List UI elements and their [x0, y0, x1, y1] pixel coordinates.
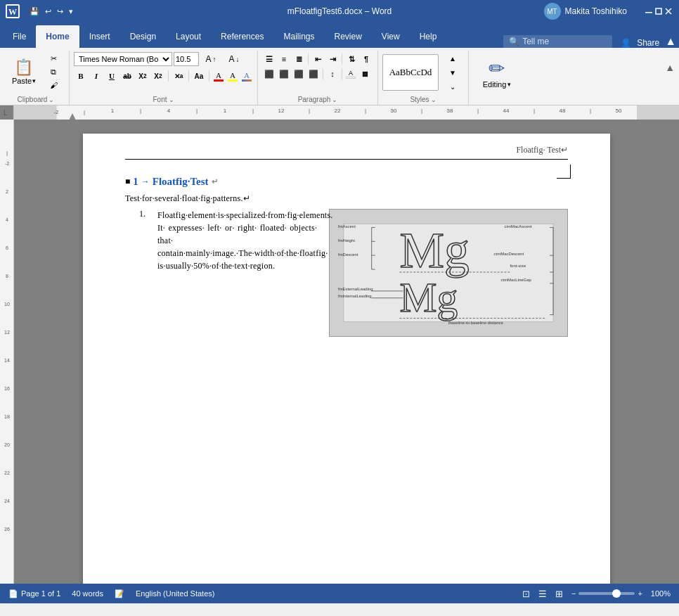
zoom-thumb[interactable] [612, 589, 621, 598]
align-center-button[interactable]: ⬛ [277, 67, 291, 81]
zoom-in-button[interactable]: + [638, 589, 642, 598]
tab-view[interactable]: View [372, 25, 410, 48]
shading-button[interactable]: A [344, 70, 357, 79]
bullets-button[interactable]: ☰ [262, 52, 276, 66]
subscript-button[interactable]: X2 [136, 69, 150, 83]
font-expand-icon[interactable]: ⌄ [169, 96, 174, 103]
superscript-button[interactable]: X2 [151, 69, 165, 83]
zoom-level[interactable]: 100% [651, 589, 671, 598]
bold-button[interactable]: B [74, 69, 88, 83]
change-case-button[interactable]: Aa [192, 69, 206, 83]
align-right-button[interactable]: ⬛ [292, 67, 306, 81]
svg-text:2: 2 [6, 189, 8, 194]
styles-preview[interactable]: AaBbCcDd [382, 54, 439, 91]
styles-group-label: Styles ⌄ [410, 94, 436, 105]
tab-mailings[interactable]: Mailings [273, 25, 324, 48]
redo-button[interactable]: ↪ [56, 6, 65, 18]
multilevel-list-button[interactable]: ≣ [292, 52, 306, 66]
numbering-button[interactable]: ≡ [277, 52, 291, 66]
editing-button[interactable]: ✏ Editing ▾ [479, 54, 516, 91]
ribbon-collapse-button[interactable]: ▲ [665, 35, 676, 48]
document-page: Floatfig· Test↵ ■ 1 → Floatfig·Test ↵ Te… [83, 134, 610, 584]
zoom-controls[interactable]: − + [571, 589, 642, 598]
paste-button[interactable]: 📋 Paste ▾ [7, 52, 41, 91]
increase-font-button[interactable]: A↑ [200, 52, 222, 66]
decrease-font-button[interactable]: A↓ [223, 52, 245, 66]
word-count[interactable]: 40 words [72, 589, 103, 598]
section-heading: ■ 1 → Floatfig·Test ↵ [125, 176, 568, 188]
styles-more-button[interactable]: ⌄ [441, 80, 464, 93]
share-button[interactable]: Share [637, 38, 659, 48]
ruler-corner-icon: L [3, 108, 11, 117]
tab-home[interactable]: Home [36, 25, 79, 48]
decrease-indent-button[interactable]: ⇤ [311, 52, 325, 66]
paragraph-expand-icon[interactable]: ⌄ [332, 96, 337, 103]
styles-down-button[interactable]: ▼ [441, 66, 464, 79]
float-figure[interactable]: Mg Mg fmAscent fmHeight [329, 209, 568, 337]
text-effect-button[interactable]: A [240, 71, 253, 82]
proofing-icon-button[interactable]: 📝 [115, 589, 124, 598]
figure-image: Mg Mg fmAscent fmHeight [329, 209, 568, 337]
focus-mode-button[interactable]: ⊡ [522, 589, 530, 599]
increase-indent-button[interactable]: ⇥ [325, 52, 340, 66]
align-left-button[interactable]: ⬛ [262, 67, 276, 81]
cut-button[interactable]: ✂ [42, 52, 65, 65]
svg-text:6: 6 [6, 245, 8, 250]
clear-format-button[interactable]: ✕a [172, 69, 186, 83]
zoom-slider[interactable] [578, 592, 635, 595]
share-icon: 👤 [621, 38, 631, 48]
document-body[interactable]: ■ 1 → Floatfig·Test ↵ Test·for·several·f… [125, 176, 568, 344]
tab-file[interactable]: File [3, 25, 36, 48]
italic-button[interactable]: I [89, 69, 103, 83]
page-info[interactable]: 📄 Page 1 of 1 [8, 589, 60, 598]
strikethrough-button[interactable]: ab [120, 69, 134, 83]
tab-layout[interactable]: Layout [166, 25, 211, 48]
title-left: W 💾 ↩ ↪ ▾ [6, 4, 75, 18]
highlight-color-button[interactable]: A [226, 71, 239, 82]
line-spacing-button[interactable]: ↕ [325, 67, 340, 81]
svg-text:38: 38 [447, 108, 453, 114]
font-size-input[interactable]: 10.5 [174, 52, 199, 66]
ribbon-collapse-arrow[interactable]: ▲ [665, 62, 675, 73]
tab-review[interactable]: Review [324, 25, 371, 48]
show-hide-button[interactable]: ¶ [359, 52, 373, 66]
tab-help[interactable]: Help [410, 25, 447, 48]
close-button[interactable] [664, 6, 673, 16]
sort-button[interactable]: ⇅ [344, 52, 358, 66]
page-icon: 📄 [8, 589, 18, 598]
font-color-button[interactable]: A [212, 71, 225, 82]
tell-me-box[interactable]: 🔍 [503, 35, 612, 48]
restore-button[interactable] [654, 6, 664, 16]
svg-text:|: | [6, 150, 7, 156]
borders-button[interactable]: ▦ [358, 67, 372, 81]
font-family-select[interactable]: Times New Roman (Bo [74, 52, 172, 66]
svg-text:W: W [8, 7, 17, 17]
tab-design[interactable]: Design [120, 25, 166, 48]
word-count-label: 40 words [72, 589, 103, 598]
ribbon-content: 📋 Paste ▾ ✂ ⧉ 🖌 [0, 48, 679, 105]
copy-button[interactable]: ⧉ [42, 65, 65, 78]
underline-button[interactable]: U [105, 69, 119, 83]
heading-num: 1 [133, 176, 138, 188]
justify-button[interactable]: ⬛ [306, 67, 321, 81]
format-painter-button[interactable]: 🖌 [42, 79, 65, 91]
tell-me-input[interactable] [522, 37, 607, 46]
filename-label: mFloatfigTest6.docx [287, 6, 363, 16]
cut-icon: ✂ [51, 54, 57, 63]
tab-references[interactable]: References [211, 25, 273, 48]
styles-up-button[interactable]: ▲ [441, 52, 464, 65]
save-button[interactable]: 💾 [28, 6, 41, 18]
zoom-out-button[interactable]: − [571, 589, 576, 598]
customize-qat-button[interactable]: ▾ [67, 6, 75, 18]
clipboard-expand-icon[interactable]: ⌄ [48, 96, 54, 103]
layout-icon-2[interactable]: ⊞ [555, 589, 563, 599]
page-header-text: Floatfig· Test↵ [516, 145, 568, 155]
tab-insert[interactable]: Insert [79, 25, 120, 48]
layout-icon-1[interactable]: ☰ [538, 589, 547, 599]
styles-expand-icon[interactable]: ⌄ [431, 96, 436, 103]
undo-button[interactable]: ↩ [44, 6, 53, 18]
indent-marker[interactable] [69, 113, 76, 120]
minimize-button[interactable] [644, 6, 654, 16]
svg-text:18: 18 [4, 414, 10, 419]
language-selector[interactable]: English (United States) [136, 589, 215, 598]
